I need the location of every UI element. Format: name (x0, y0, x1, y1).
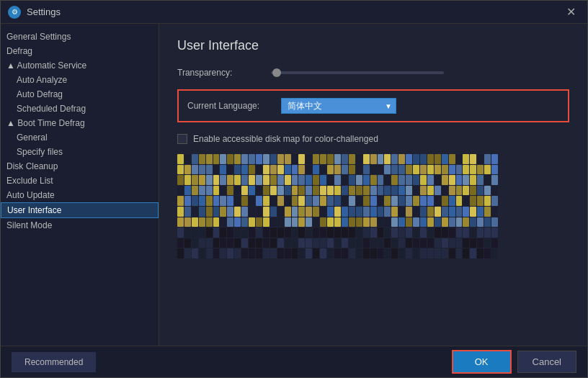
disk-cell (442, 228, 448, 238)
sidebar-item-scheduled-defrag[interactable]: Scheduled Defrag (1, 102, 159, 116)
close-button[interactable]: ✕ (562, 4, 580, 20)
disk-cell (220, 217, 226, 228)
disk-cell (184, 165, 191, 175)
disk-cell (306, 238, 312, 248)
disk-cell (391, 196, 398, 206)
disk-cell (470, 238, 476, 248)
disk-cell (277, 248, 284, 258)
disk-cell (249, 154, 255, 164)
disk-cell (449, 238, 455, 248)
language-select[interactable]: English简体中文繁體中文EspañolDeutschFrançais日本語 (281, 98, 396, 114)
sidebar-item-specify-files[interactable]: Specify files (1, 145, 159, 159)
disk-cell (199, 175, 205, 185)
sidebar-item-user-interface[interactable]: User Interface (1, 202, 159, 218)
disk-cell (241, 207, 248, 217)
sidebar-item-automatic-service[interactable]: ▲ Automatic Service (1, 58, 159, 73)
disk-cell (334, 248, 341, 258)
disk-cell (199, 228, 205, 238)
disk-cell (220, 228, 226, 238)
title-bar: ⚙ Settings ✕ (1, 1, 587, 24)
disk-cell (491, 186, 498, 196)
disk-cell (363, 217, 370, 228)
sidebar-item-disk-cleanup[interactable]: Disk Cleanup (1, 159, 159, 174)
disk-cell (313, 196, 319, 206)
disk-cell (206, 175, 213, 185)
disk-cell (449, 186, 455, 196)
disk-cell (427, 196, 434, 206)
disk-cell (356, 186, 362, 196)
disk-cell (356, 207, 362, 217)
disk-cell (292, 228, 298, 238)
disk-cell (177, 207, 184, 217)
disk-cell (463, 196, 469, 206)
main-panel: User Interface Transparency: Current Lan… (159, 24, 587, 346)
disk-cell (398, 238, 405, 248)
sidebar-item-defrag[interactable]: Defrag (1, 44, 159, 58)
disk-cell (427, 175, 434, 185)
disk-cell (463, 207, 469, 217)
sidebar-item-general[interactable]: General (1, 130, 159, 145)
disk-cell (220, 248, 226, 258)
disk-cell (334, 196, 341, 206)
disk-cell (442, 217, 448, 228)
ok-button[interactable]: OK (452, 350, 512, 374)
disk-cell (277, 186, 284, 196)
disk-cell (420, 217, 427, 228)
recommended-button[interactable]: Recommended (12, 352, 96, 372)
disk-cell (234, 154, 241, 164)
sidebar-item-exclude-list[interactable]: Exclude List (1, 174, 159, 188)
disk-cell (413, 228, 419, 238)
sidebar-item-auto-defrag[interactable]: Auto Defrag (1, 87, 159, 102)
disk-cell (463, 175, 469, 185)
disk-cell (349, 165, 355, 175)
disk-cell (270, 238, 277, 248)
disk-cell (470, 154, 476, 164)
disk-cell (456, 154, 463, 164)
sidebar-item-general-settings[interactable]: General Settings (1, 30, 159, 44)
disk-cell (356, 217, 362, 228)
disk-cell (227, 238, 233, 248)
disk-cell (363, 165, 370, 175)
disk-cell (413, 217, 419, 228)
disk-cell (192, 165, 198, 175)
disk-cell (442, 196, 448, 206)
disk-cell (435, 165, 441, 175)
disk-cell (470, 196, 476, 206)
disk-cell (184, 228, 191, 238)
cancel-button[interactable]: Cancel (517, 351, 576, 373)
color-challenged-checkbox[interactable] (177, 134, 187, 144)
disk-cell (206, 154, 213, 164)
disk-cell (199, 248, 205, 258)
transparency-thumb[interactable] (272, 68, 281, 77)
disk-cell (442, 238, 448, 248)
disk-cell (298, 196, 305, 206)
disk-cell (220, 154, 226, 164)
disk-cell (234, 217, 241, 228)
disk-cell (491, 154, 498, 164)
sidebar-item-auto-update[interactable]: Auto Update (1, 188, 159, 202)
disk-cell (456, 175, 463, 185)
sidebar-item-silent-mode[interactable]: Silent Mode (1, 218, 159, 233)
disk-cell (241, 165, 248, 175)
disk-cell (241, 228, 248, 238)
disk-cell (391, 238, 398, 248)
disk-cell (342, 228, 348, 238)
disk-cell (384, 248, 391, 258)
transparency-label: Transparency: (177, 68, 271, 78)
disk-cell (177, 228, 184, 238)
disk-cell (420, 196, 427, 206)
disk-cell (213, 228, 220, 238)
disk-cell (378, 228, 384, 238)
disk-cell (356, 175, 362, 185)
disk-cell (263, 175, 270, 185)
disk-cell (256, 186, 262, 196)
disk-cell (256, 248, 262, 258)
disk-cell (413, 196, 419, 206)
disk-cell (192, 154, 198, 164)
disk-cell (241, 196, 248, 206)
sidebar-item-auto-analyze[interactable]: Auto Analyze (1, 73, 159, 87)
disk-cell (406, 217, 412, 228)
disk-cell (449, 207, 455, 217)
disk-cell (484, 238, 491, 248)
sidebar-item-boot-time-defrag[interactable]: ▲ Boot Time Defrag (1, 116, 159, 130)
